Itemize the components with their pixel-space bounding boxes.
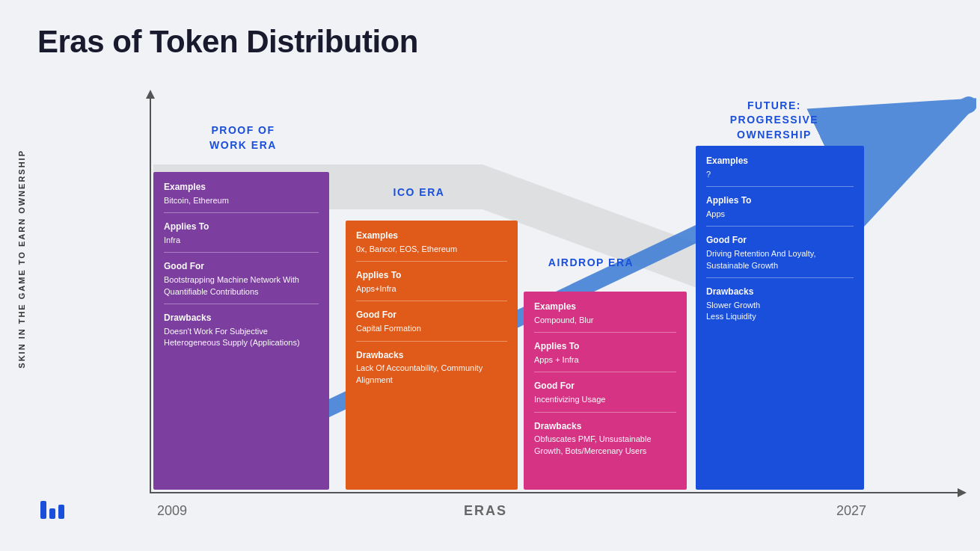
ico-drawbacks-value: Lack Of Accountability, Community Alignm… — [356, 363, 507, 386]
future-good-value: Driving Retention And Loyalty, Sustainab… — [706, 248, 854, 271]
pow-examples-label: Examples — [164, 181, 319, 194]
pow-drawbacks-value: Doesn't Work For Subjective Heterogeneou… — [164, 326, 319, 349]
era-future-box: Examples ? Applies To Apps Good For Driv… — [696, 146, 864, 490]
x-label-eras: ERAS — [464, 503, 507, 519]
airdrop-applies-value: Apps + Infra — [534, 354, 676, 366]
airdrop-drawbacks-value: Obfuscates PMF, Unsustainable Growth, Bo… — [534, 434, 676, 457]
pow-applies-label: Applies To — [164, 221, 319, 233]
era-pow-box: Examples Bitcoin, Ethereum Applies To In… — [153, 172, 329, 490]
ico-drawbacks-label: Drawbacks — [356, 349, 507, 362]
svg-rect-5 — [58, 505, 64, 519]
y-axis-label: SKIN IN THE GAME TO EARN OWNERSHIP — [16, 150, 27, 369]
svg-rect-4 — [49, 508, 55, 519]
x-label-start: 2009 — [157, 503, 187, 519]
pow-drawbacks-label: Drawbacks — [164, 312, 319, 324]
ico-good-label: Good For — [356, 309, 507, 321]
ico-examples-value: 0x, Bancor, EOS, Ethereum — [356, 244, 507, 255]
future-good-label: Good For — [706, 234, 854, 247]
airdrop-examples-label: Examples — [534, 301, 676, 313]
airdrop-applies-label: Applies To — [534, 340, 676, 353]
pow-applies-value: Infra — [164, 235, 319, 246]
airdrop-good-label: Good For — [534, 380, 676, 393]
era-title-pow: PROOF OF WORK ERA — [165, 123, 322, 153]
pow-good-value: Bootstrapping Machine Network With Quant… — [164, 274, 319, 298]
pow-examples-value: Bitcoin, Ethereum — [164, 195, 319, 206]
svg-rect-3 — [40, 501, 46, 519]
future-applies-label: Applies To — [706, 194, 854, 207]
era-airdrop-box: Examples Compound, Blur Applies To Apps … — [524, 292, 687, 490]
x-label-end: 2027 — [836, 503, 866, 519]
future-drawbacks-label: Drawbacks — [706, 286, 854, 298]
ico-examples-label: Examples — [356, 230, 507, 242]
airdrop-good-value: Incentivizing Usage — [534, 394, 676, 405]
airdrop-examples-value: Compound, Blur — [534, 315, 676, 326]
pow-good-label: Good For — [164, 260, 319, 273]
y-axis — [150, 97, 151, 493]
x-axis — [150, 492, 958, 493]
airdrop-drawbacks-label: Drawbacks — [534, 420, 676, 433]
ico-applies-label: Applies To — [356, 269, 507, 282]
future-drawbacks-value: Slower Growth Less Liquidity — [706, 300, 854, 323]
future-examples-label: Examples — [706, 155, 854, 167]
main-title: Eras of Token Distribution — [37, 24, 418, 60]
era-title-ico: ICO ERA — [352, 185, 486, 200]
future-examples-value: ? — [706, 169, 854, 180]
era-title-future: FUTURE: PROGRESSIVE OWNERSHIP — [692, 84, 857, 142]
era-title-airdrop: AIRDROP ERA — [516, 256, 666, 271]
ico-good-value: Capital Formation — [356, 323, 507, 334]
future-applies-value: Apps — [706, 209, 854, 220]
logo — [37, 495, 67, 525]
era-ico-box: Examples 0x, Bancor, EOS, Ethereum Appli… — [346, 221, 518, 490]
ico-applies-value: Apps+Infra — [356, 283, 507, 295]
